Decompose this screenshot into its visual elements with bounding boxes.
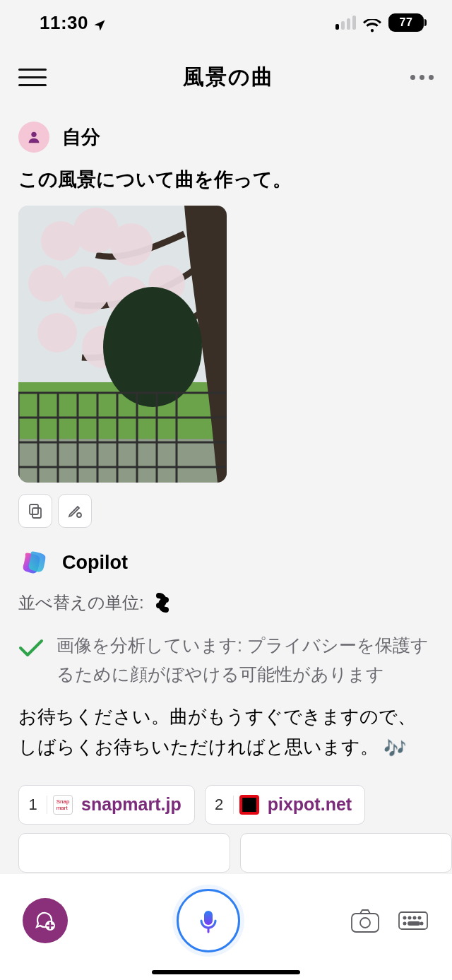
- svg-rect-36: [399, 912, 427, 929]
- wait-text: お待ちください。曲がもうすぐできますので、しばらくお待ちいただければと思います。…: [18, 702, 434, 764]
- home-indicator[interactable]: [152, 970, 300, 974]
- sources-row: 1 Snapmart snapmart.jp 2 pixpot.net: [18, 785, 434, 825]
- copy-button[interactable]: [18, 494, 52, 528]
- analysis-row: 画像を分析しています: プライバシーを保護するために顔がぼやける可能性があります: [18, 631, 434, 690]
- edit-button[interactable]: [58, 494, 92, 528]
- copilot-avatar: [18, 548, 49, 579]
- page-title: 風景の曲: [183, 63, 274, 92]
- input-mode-actions: [349, 907, 429, 935]
- svg-point-40: [418, 916, 420, 919]
- status-right: 77: [335, 13, 424, 32]
- bottom-bar: [0, 874, 452, 980]
- svg-point-14: [103, 287, 202, 407]
- user-avatar: [18, 122, 49, 153]
- app-header: 風景の曲: [0, 45, 452, 109]
- svg-point-35: [360, 918, 370, 928]
- menu-button[interactable]: [18, 69, 47, 86]
- check-icon: [18, 638, 44, 661]
- new-chat-button[interactable]: [23, 898, 68, 943]
- assistant-name: Copilot: [62, 552, 128, 574]
- status-time-group: 11:30: [40, 12, 107, 34]
- battery-level: 77: [388, 13, 424, 32]
- conversation: 自分 この風景について曲を作って。: [0, 109, 452, 873]
- svg-rect-29: [32, 508, 41, 518]
- svg-point-42: [420, 922, 422, 924]
- more-button[interactable]: [410, 75, 434, 80]
- source-1[interactable]: 1 Snapmart snapmart.jp: [18, 785, 195, 825]
- svg-point-41: [403, 922, 405, 924]
- svg-point-38: [408, 916, 410, 919]
- svg-point-37: [403, 916, 405, 919]
- sources-row-partial: . .: [18, 833, 434, 873]
- svg-rect-3: [18, 439, 227, 483]
- source-domain: snapmart.jp: [78, 794, 194, 815]
- wait-message: お待ちください。曲がもうすぐできますので、しばらくお待ちいただければと思います。: [18, 706, 416, 757]
- source-index: 2: [206, 796, 234, 814]
- user-message: この風景について曲を作って。: [18, 165, 434, 194]
- wifi-icon: [363, 16, 381, 30]
- assistant-header: Copilot: [18, 548, 434, 579]
- svg-point-6: [110, 223, 153, 266]
- favicon-snapmart: Snapmart: [53, 795, 73, 815]
- cellular-icon: [335, 16, 356, 30]
- svg-point-11: [37, 313, 77, 353]
- mic-button[interactable]: [177, 889, 240, 952]
- sort-unit-row: 並べ替えの単位:: [18, 591, 434, 614]
- svg-point-8: [61, 266, 109, 314]
- svg-point-39: [413, 916, 415, 919]
- svg-point-7: [28, 265, 65, 302]
- svg-rect-34: [352, 914, 379, 932]
- svg-rect-30: [30, 504, 38, 514]
- music-notes-icon: 🎶: [383, 738, 406, 759]
- battery-icon: 77: [388, 13, 424, 32]
- keyboard-button[interactable]: [397, 907, 429, 935]
- message-actions: [18, 494, 434, 528]
- user-header: 自分: [18, 122, 434, 153]
- source-3[interactable]: .: [18, 833, 230, 873]
- location-icon: [93, 16, 107, 30]
- analysis-text: 画像を分析しています: プライバシーを保護するために顔がぼやける可能性があります: [56, 631, 434, 690]
- status-time: 11:30: [40, 12, 88, 34]
- camera-button[interactable]: [349, 907, 381, 935]
- source-domain: pixpot.net: [265, 794, 364, 815]
- svg-rect-33: [204, 911, 213, 925]
- svg-point-0: [31, 132, 36, 137]
- svg-point-31: [77, 513, 81, 517]
- user-name: 自分: [62, 124, 100, 150]
- status-bar: 11:30 77: [0, 0, 452, 45]
- sort-label: 並べ替えの単位:: [18, 591, 144, 614]
- suno-icon: [153, 593, 172, 613]
- source-index: 1: [19, 796, 47, 814]
- attached-image[interactable]: [18, 206, 227, 483]
- favicon-pixpot: [239, 795, 259, 815]
- svg-rect-43: [408, 922, 420, 925]
- source-2[interactable]: 2 pixpot.net: [205, 785, 365, 825]
- source-4[interactable]: .: [240, 833, 452, 873]
